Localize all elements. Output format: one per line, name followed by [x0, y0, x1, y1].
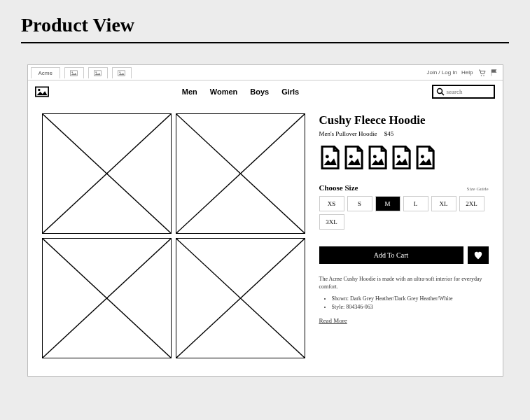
flag-icon[interactable] — [490, 69, 498, 77]
svg-point-20 — [325, 155, 328, 158]
svg-point-24 — [420, 155, 424, 158]
cart-icon[interactable] — [477, 69, 486, 77]
search-icon — [436, 88, 445, 96]
placeholder-x-icon — [43, 239, 171, 358]
svg-point-6 — [480, 75, 482, 76]
browser-tab-placeholder-2[interactable] — [88, 67, 108, 78]
description-bullets: Shown: Dark Grey Heather/Dark Grey Heath… — [332, 295, 489, 310]
product-description: The Acme Cushy Hoodie is made with an ul… — [319, 275, 489, 325]
size-2xl[interactable]: 2XL — [459, 196, 484, 211]
image-file-icon — [319, 146, 340, 169]
search-box[interactable] — [432, 85, 495, 99]
svg-point-5 — [120, 71, 121, 73]
browser-top-right: Join / Log In Help — [426, 69, 502, 77]
bullet-shown: Shown: Dark Grey Heather/Dark Grey Heath… — [332, 295, 489, 302]
search-input[interactable] — [446, 88, 491, 95]
size-options: XS S M L XL 2XL 3XL — [319, 196, 489, 230]
browser-tab-placeholder-1[interactable] — [64, 67, 84, 78]
help-link[interactable]: Help — [461, 69, 473, 76]
site-header: Men Women Boys Girls — [28, 80, 503, 103]
svg-point-7 — [483, 75, 484, 76]
product-price: $45 — [384, 130, 394, 137]
bullet-style: Style: 804346-063 — [332, 303, 489, 311]
size-3xl[interactable]: 3XL — [319, 214, 344, 230]
svg-point-9 — [38, 89, 40, 91]
browser-tab-acme[interactable]: Acme — [31, 67, 60, 78]
placeholder-x-icon — [176, 239, 305, 358]
image-icon — [94, 70, 102, 76]
product-title: Cushy Fleece Hoodie — [319, 113, 489, 127]
variant-thumb-2[interactable] — [343, 146, 364, 171]
gallery-image-1[interactable] — [42, 113, 172, 234]
variant-thumb-3[interactable] — [367, 146, 388, 171]
page-title-rule — [21, 42, 509, 43]
image-file-icon — [414, 146, 435, 169]
product-subtitle: Men's Pullover Hoodie — [319, 130, 377, 137]
variant-thumb-4[interactable] — [391, 146, 412, 171]
svg-point-10 — [438, 89, 442, 94]
nav-women[interactable]: Women — [210, 88, 238, 96]
site-logo[interactable] — [35, 86, 49, 97]
browser-tab-bar: Acme Join / Log In Help — [28, 65, 503, 80]
read-more-link[interactable]: Read More — [319, 317, 347, 324]
browser-window: Acme Join / Log In Help Men Women Boys G… — [27, 64, 503, 377]
image-icon — [118, 70, 125, 76]
size-s[interactable]: S — [347, 196, 372, 211]
description-text: The Acme Cushy Hoodie is made with an ul… — [319, 275, 489, 290]
svg-point-23 — [396, 155, 400, 158]
svg-point-22 — [372, 155, 376, 158]
product-details: Cushy Fleece Hoodie Men's Pullover Hoodi… — [319, 113, 489, 358]
size-xs[interactable]: XS — [319, 196, 344, 211]
size-l[interactable]: L — [403, 196, 428, 211]
browser-tab-placeholder-3[interactable] — [112, 67, 132, 78]
add-to-cart-button[interactable]: Add To Cart — [319, 246, 463, 264]
cart-row: Add To Cart — [319, 246, 489, 264]
heart-icon — [473, 251, 483, 260]
nav-girls[interactable]: Girls — [281, 88, 299, 96]
svg-point-1 — [72, 71, 74, 73]
placeholder-x-icon — [43, 114, 171, 233]
gallery-image-4[interactable] — [176, 238, 305, 358]
gallery-image-2[interactable] — [176, 113, 305, 234]
variant-thumb-1[interactable] — [319, 146, 340, 171]
choose-size-label: Choose Size — [319, 183, 358, 192]
placeholder-x-icon — [176, 114, 305, 233]
main-nav: Men Women Boys Girls — [182, 88, 300, 96]
wishlist-button[interactable] — [468, 246, 489, 264]
svg-point-21 — [349, 155, 352, 158]
size-m[interactable]: M — [375, 196, 400, 211]
image-icon — [70, 70, 78, 76]
svg-line-11 — [442, 93, 445, 96]
nav-boys[interactable]: Boys — [250, 88, 269, 96]
product-subtitle-row: Men's Pullover Hoodie $45 — [319, 130, 489, 137]
size-guide-link[interactable]: Size Guide — [467, 186, 489, 192]
join-login-link[interactable]: Join / Log In — [426, 69, 457, 76]
svg-point-3 — [96, 71, 97, 73]
image-icon — [35, 86, 49, 97]
nav-men[interactable]: Men — [182, 88, 197, 96]
image-file-icon — [343, 146, 364, 169]
size-xl[interactable]: XL — [431, 196, 456, 211]
product-content: Cushy Fleece Hoodie Men's Pullover Hoodi… — [28, 103, 503, 376]
page-title: Product View — [21, 14, 509, 36]
image-file-icon — [391, 146, 412, 169]
size-header: Choose Size Size Guide — [319, 183, 489, 192]
variant-thumb-5[interactable] — [414, 146, 435, 171]
variant-thumbnails — [319, 146, 489, 171]
gallery-image-3[interactable] — [42, 238, 172, 358]
product-gallery — [42, 113, 305, 358]
image-file-icon — [367, 146, 388, 169]
